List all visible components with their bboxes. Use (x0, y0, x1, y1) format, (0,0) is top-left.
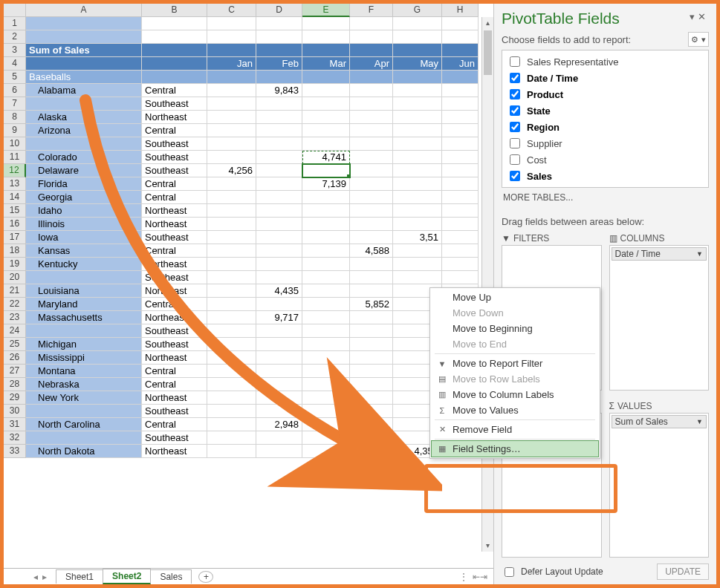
more-tables-link[interactable]: MORE TABLES... (503, 192, 707, 203)
field-checkbox[interactable] (510, 89, 520, 99)
cell-B22[interactable]: Central (142, 298, 207, 311)
field-item-date-time[interactable]: Date / Time (507, 70, 704, 86)
cell-F1[interactable] (350, 17, 393, 30)
area-tag-datetime[interactable]: Date / Time▼ (612, 247, 707, 261)
row-header[interactable]: 18 (4, 244, 26, 258)
cell-A11[interactable]: Colorado (26, 151, 142, 164)
row-header[interactable]: 20 (4, 271, 26, 284)
gear-icon[interactable]: ⚙ ▾ (688, 32, 709, 47)
field-checkbox[interactable] (510, 154, 520, 165)
cell-A18[interactable]: Kansas (26, 244, 142, 258)
cell-A31[interactable]: North Carolina (26, 418, 142, 431)
cell-E33[interactable] (302, 445, 350, 458)
cell-F8[interactable] (350, 111, 393, 124)
cell-E23[interactable] (302, 311, 350, 324)
cell-A32[interactable] (26, 431, 142, 445)
tab-prev-icon[interactable]: ◂ (33, 572, 41, 582)
vertical-scrollbar[interactable]: ▴ ▾ (481, 17, 493, 552)
cell-B2[interactable] (142, 30, 207, 44)
cell-A14[interactable]: Georgia (26, 191, 142, 204)
cell-B5[interactable] (142, 71, 207, 84)
cell-E21[interactable] (302, 284, 350, 298)
menu-move-values[interactable]: ΣMove to Values (432, 402, 598, 418)
row-header[interactable]: 12 (4, 164, 26, 177)
cell-F30[interactable] (350, 405, 393, 418)
cell-D18[interactable] (256, 244, 302, 258)
field-checkbox[interactable] (510, 138, 520, 148)
defer-checkbox[interactable] (505, 567, 514, 577)
cell-B20[interactable]: Southeast (142, 271, 207, 284)
cell-C28[interactable] (207, 378, 256, 391)
cell-G14[interactable] (393, 191, 442, 204)
cell-A21[interactable]: Louisiana (26, 284, 142, 298)
cell-F25[interactable] (350, 338, 393, 351)
cell-D5[interactable] (256, 71, 302, 84)
cell-D14[interactable] (256, 191, 302, 204)
cell-C25[interactable] (207, 338, 256, 351)
row-header[interactable]: 30 (4, 405, 26, 418)
row-header[interactable]: 4 (4, 57, 26, 71)
row-header[interactable]: 31 (4, 418, 26, 431)
cell-C31[interactable] (207, 418, 256, 431)
cell-D32[interactable] (256, 431, 302, 445)
cell-D10[interactable] (256, 137, 302, 151)
cell-A29[interactable]: New York (26, 391, 142, 405)
cell-E13[interactable]: 7,139 (302, 177, 350, 191)
field-checkbox[interactable] (510, 122, 520, 132)
area-columns[interactable]: Date / Time▼ (609, 245, 710, 391)
cell-B16[interactable]: Northeast (142, 218, 207, 231)
col-header-d[interactable]: D (256, 4, 302, 17)
cell-C24[interactable] (207, 324, 256, 338)
cell-B8[interactable]: Northeast (142, 111, 207, 124)
row-header[interactable]: 8 (4, 111, 26, 124)
cell-D4[interactable]: Feb (256, 57, 302, 71)
cell-B4[interactable] (142, 57, 207, 71)
cell-G1[interactable] (393, 17, 442, 30)
row-header[interactable]: 13 (4, 177, 26, 191)
cell-D28[interactable] (256, 378, 302, 391)
cell-F24[interactable] (350, 324, 393, 338)
cell-F14[interactable] (350, 191, 393, 204)
cell-A22[interactable]: Maryland (26, 298, 142, 311)
cell-H18[interactable] (442, 244, 479, 258)
tab-menu-icon[interactable]: ⋮ (459, 572, 468, 582)
cell-C29[interactable] (207, 391, 256, 405)
cell-H1[interactable] (442, 17, 479, 30)
cell-A24[interactable] (26, 324, 142, 338)
cell-B10[interactable]: Southeast (142, 137, 207, 151)
cell-E29[interactable] (302, 391, 350, 405)
cell-E12[interactable] (302, 164, 350, 177)
cell-H5[interactable] (442, 71, 479, 84)
cell-E18[interactable] (302, 244, 350, 258)
cell-E6[interactable] (302, 84, 350, 97)
cell-A6[interactable]: Alabama (26, 84, 142, 97)
cell-A8[interactable]: Alaska (26, 111, 142, 124)
cell-B11[interactable]: Southeast (142, 151, 207, 164)
cell-H14[interactable] (442, 191, 479, 204)
row-header[interactable]: 1 (4, 17, 26, 30)
tab-next-icon[interactable]: ▸ (42, 572, 50, 582)
cell-E20[interactable] (302, 271, 350, 284)
col-header-g[interactable]: G (393, 4, 442, 17)
cell-A7[interactable] (26, 97, 142, 111)
row-header[interactable]: 32 (4, 431, 26, 445)
cell-C16[interactable] (207, 218, 256, 231)
cell-D26[interactable] (256, 351, 302, 365)
cell-D30[interactable] (256, 405, 302, 418)
cell-A30[interactable] (26, 405, 142, 418)
cell-F12[interactable] (350, 164, 393, 177)
cell-C10[interactable] (207, 137, 256, 151)
cell-A10[interactable] (26, 137, 142, 151)
cell-E16[interactable] (302, 218, 350, 231)
field-checkbox[interactable] (510, 73, 520, 83)
cell-E11[interactable]: 4,741 (302, 151, 350, 164)
cell-D22[interactable] (256, 298, 302, 311)
cell-F6[interactable] (350, 84, 393, 97)
cell-B27[interactable]: Central (142, 365, 207, 378)
row-header[interactable]: 2 (4, 30, 26, 44)
cell-D6[interactable]: 9,843 (256, 84, 302, 97)
cell-H12[interactable] (442, 164, 479, 177)
cell-G3[interactable] (393, 44, 442, 57)
cell-B18[interactable]: Central (142, 244, 207, 258)
cell-E32[interactable] (302, 431, 350, 445)
